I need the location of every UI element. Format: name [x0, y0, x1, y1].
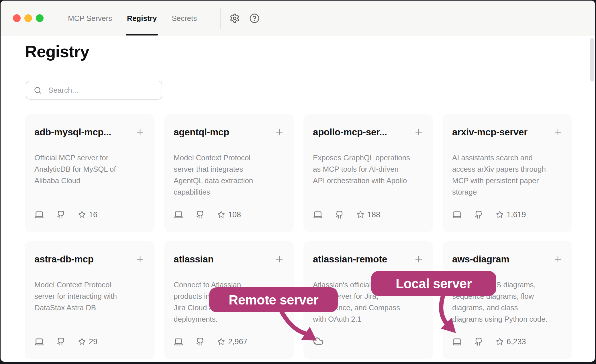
star-count: 16 [89, 210, 97, 219]
add-server-button[interactable] [414, 127, 424, 137]
server-card-header: atlassian [174, 254, 284, 265]
toolbar-divider [220, 8, 221, 29]
star-count: 188 [367, 210, 380, 219]
server-card-header: atlassian-remote [313, 254, 424, 265]
server-name: agentql-mcp [174, 127, 273, 138]
star-icon [78, 338, 86, 345]
server-description: AI assistants search andaccess arXiv pap… [452, 152, 563, 198]
star-icon [496, 338, 503, 345]
server-card-footer: 188 [313, 210, 380, 219]
search-box[interactable] [26, 81, 162, 100]
close-button[interactable] [13, 14, 21, 22]
server-card-footer: 2,967 [174, 337, 248, 347]
app-window: MCP Servers Registry Secrets Registry [1, 1, 595, 362]
server-description: Model Context Protocolserver that integr… [174, 152, 284, 198]
zoom-button[interactable] [36, 14, 44, 22]
help-icon[interactable] [249, 13, 260, 23]
window-controls [13, 14, 44, 22]
github-icon[interactable] [196, 338, 204, 346]
server-name: atlassian [174, 254, 273, 265]
settings-gear-icon[interactable] [230, 13, 240, 23]
add-server-button[interactable] [553, 127, 563, 137]
server-card[interactable]: arxiv-mcp-server AI assistants search an… [443, 114, 572, 232]
minimize-button[interactable] [24, 14, 32, 22]
tab-bar: MCP Servers Registry Secrets [67, 1, 197, 36]
add-server-button[interactable] [275, 127, 284, 137]
page-title: Registry [25, 42, 89, 61]
github-icon[interactable] [475, 338, 483, 346]
server-card-header: adb-mysql-mcp... [34, 127, 145, 138]
server-card[interactable]: apollo-mcp-ser... Exposes GraphQL operat… [303, 114, 433, 232]
registry-grid: adb-mysql-mcp... Official MCP server for… [25, 114, 572, 359]
server-card-footer: 16 [34, 210, 97, 219]
server-name: arxiv-mcp-server [452, 127, 551, 138]
github-icon[interactable] [335, 211, 344, 219]
github-icon[interactable] [57, 211, 65, 219]
github-icon[interactable] [196, 211, 204, 219]
server-description: Official MCP server forAnalyticDB for My… [34, 152, 145, 186]
annotation-local-label: Local server [396, 276, 472, 291]
server-name: apollo-mcp-ser... [313, 127, 412, 138]
server-card-header: arxiv-mcp-server [452, 127, 563, 138]
add-server-button[interactable] [414, 254, 424, 264]
server-card[interactable]: adb-mysql-mcp... Official MCP server for… [25, 114, 154, 232]
laptop-icon [452, 210, 462, 219]
add-server-button[interactable] [275, 254, 284, 264]
server-card-footer: 108 [174, 210, 241, 219]
annotation-remote-label: Remote server [229, 292, 318, 308]
star-icon [78, 211, 86, 218]
laptop-icon [34, 210, 44, 219]
titlebar: MCP Servers Registry Secrets [1, 1, 595, 36]
server-name: atlassian-remote [313, 254, 412, 265]
server-card[interactable]: agentql-mcp Model Context Protocolserver… [164, 114, 294, 232]
github-icon[interactable] [475, 211, 483, 219]
star-icon [217, 338, 225, 345]
server-card-footer: 1,619 [452, 210, 526, 219]
star-icon [496, 211, 503, 218]
github-icon[interactable] [57, 338, 65, 346]
tab-registry[interactable]: Registry [126, 1, 157, 36]
add-server-button[interactable] [553, 254, 563, 264]
annotation-local-server: Local server [371, 271, 496, 296]
search-input[interactable] [48, 86, 162, 95]
server-card-footer: 29 [34, 337, 97, 347]
cloud-icon [313, 336, 324, 347]
laptop-icon [34, 337, 44, 347]
star-icon [217, 211, 225, 218]
add-server-button[interactable] [135, 127, 145, 137]
server-card-header: aws-diagram [452, 254, 563, 265]
server-card-footer: 6,233 [452, 337, 526, 347]
server-card-header: agentql-mcp [174, 127, 284, 138]
tab-secrets[interactable]: Secrets [171, 1, 197, 36]
server-card[interactable]: astra-db-mcp Model Context Protocolserve… [25, 241, 154, 359]
server-card-header: apollo-mcp-ser... [313, 127, 424, 138]
server-name: adb-mysql-mcp... [34, 127, 134, 138]
star-count: 108 [228, 210, 241, 219]
server-card-footer [313, 336, 324, 347]
server-description: Exposes GraphQL operationsas MCP tools f… [313, 152, 424, 186]
server-card-header: astra-db-mcp [34, 254, 145, 265]
star-count: 29 [89, 337, 97, 346]
star-count: 6,233 [507, 337, 526, 346]
server-name: aws-diagram [452, 254, 551, 265]
server-card[interactable]: aws-diagram Generate AWS diagrams,sequen… [443, 241, 572, 359]
server-description: Model Context Protocolserver for interac… [34, 279, 145, 313]
star-count: 1,619 [507, 210, 526, 219]
laptop-icon [174, 210, 183, 219]
tab-mcp-servers[interactable]: MCP Servers [67, 1, 113, 36]
star-count: 2,967 [228, 337, 248, 346]
star-icon [357, 211, 364, 218]
scrollbar-thumb[interactable] [590, 38, 594, 82]
search-icon [34, 86, 42, 94]
server-name: astra-db-mcp [34, 254, 134, 265]
add-server-button[interactable] [135, 254, 145, 264]
laptop-icon [174, 337, 183, 347]
laptop-icon [452, 337, 462, 347]
annotation-remote-server: Remote server [209, 287, 338, 312]
laptop-icon [313, 210, 323, 219]
